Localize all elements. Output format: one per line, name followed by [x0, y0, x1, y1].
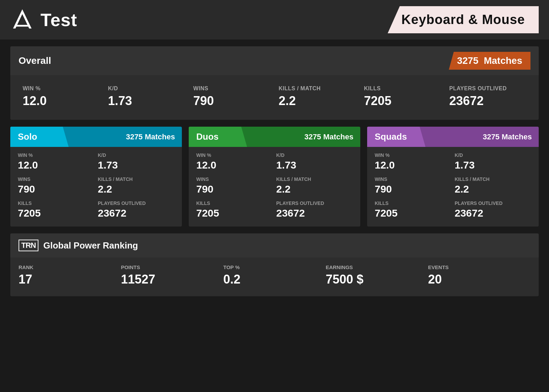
overall-stat-value: 1.73: [108, 94, 185, 108]
ranking-section: TRN Global Power Ranking Rank 17 Points …: [10, 233, 539, 296]
ranking-stat-cell: Points 11527: [121, 264, 223, 287]
overall-stat-value: 23672: [449, 94, 526, 108]
mode-stat-label: Players Outlived: [276, 200, 353, 206]
overall-stat-label: K/D: [108, 85, 185, 92]
input-type-label: Keyboard & Mouse: [401, 12, 525, 27]
overall-stat-cell: Kills / Match 2.2: [274, 83, 360, 110]
main-content: Overall 3275 Matches WIN % 12.0 K/D 1.73…: [0, 39, 549, 303]
mode-stat-cell: Kills / Match 2.2: [276, 176, 353, 195]
mode-stat-value: 7205: [196, 207, 273, 219]
ranking-stat-value: 20: [428, 272, 530, 287]
mode-stat-value: 12.0: [18, 159, 94, 171]
mode-stat-cell: Wins 790: [196, 176, 273, 195]
mode-stat-value: 12.0: [375, 159, 451, 171]
mode-stat-value: 23672: [455, 207, 531, 219]
mode-stat-cell: Players Outlived 23672: [98, 200, 174, 219]
page-title: Test: [40, 10, 77, 30]
mode-stat-label: Kills: [375, 200, 451, 206]
ranking-stat-value: 0.2: [223, 272, 326, 287]
mode-stat-label: Kills / Match: [98, 176, 174, 182]
mode-stat-cell: Kills 7205: [18, 200, 94, 219]
mode-stat-label: Kills / Match: [455, 176, 531, 182]
ranking-stat-label: Rank: [19, 264, 121, 270]
overall-stat-label: Kills: [364, 85, 441, 92]
overall-stat-label: Players Outlived: [449, 85, 526, 92]
mode-stat-value: 7205: [18, 207, 94, 219]
input-type-badge: Keyboard & Mouse: [388, 6, 539, 33]
ranking-header: TRN Global Power Ranking: [10, 233, 539, 257]
ranking-stat-cell: Events 20: [428, 264, 530, 287]
mode-stat-cell: Win % 12.0: [375, 152, 451, 171]
overall-stat-cell: Kills 7205: [360, 83, 445, 110]
overall-stat-value: 12.0: [23, 94, 100, 108]
mode-title-duos: Duos: [189, 127, 247, 147]
mode-matches-squads: 3275 Matches: [425, 128, 539, 146]
ranking-stat-label: Events: [428, 264, 530, 270]
overall-matches-label: Matches: [484, 55, 522, 66]
ranking-stat-value: 11527: [121, 272, 223, 287]
ranking-stat-cell: Top % 0.2: [223, 264, 326, 287]
mode-stat-value: 790: [375, 183, 451, 195]
overall-stat-value: 7205: [364, 94, 441, 108]
overall-stat-label: WIN %: [23, 85, 100, 92]
apex-logo-icon: [10, 8, 34, 32]
mode-stat-label: Win %: [18, 152, 94, 158]
overall-stat-value: 790: [193, 94, 270, 108]
mode-stat-cell: Wins 790: [375, 176, 451, 195]
mode-stat-value: 1.73: [276, 159, 353, 171]
mode-stat-cell: Kills 7205: [196, 200, 273, 219]
ranking-stat-label: Earnings: [326, 264, 428, 270]
mode-stat-value: 1.73: [455, 159, 531, 171]
mode-stat-value: 790: [196, 183, 273, 195]
overall-stat-cell: Players Outlived 23672: [445, 83, 530, 110]
overall-stat-cell: WIN % 12.0: [19, 83, 104, 110]
mode-matches-duos: 3275 Matches: [247, 128, 360, 146]
mode-stat-label: Kills: [196, 200, 273, 206]
trn-logo: TRN: [19, 240, 38, 251]
overall-stat-value: 2.2: [279, 94, 356, 108]
overall-stat-cell: Wins 790: [189, 83, 274, 110]
ranking-title: Global Power Ranking: [43, 240, 138, 251]
mode-stat-label: K/D: [276, 152, 353, 158]
mode-stat-cell: Win % 12.0: [18, 152, 94, 171]
ranking-stat-label: Points: [121, 264, 223, 270]
mode-stat-cell: Kills 7205: [375, 200, 451, 219]
mode-stat-value: 23672: [98, 207, 174, 219]
ranking-stat-value: 17: [19, 272, 121, 287]
overall-title: Overall: [19, 55, 51, 66]
mode-section-duos: Duos3275 Matches Win % 12.0 K/D 1.73 Win…: [189, 127, 360, 227]
mode-stat-value: 790: [18, 183, 94, 195]
mode-stat-label: Players Outlived: [455, 200, 531, 206]
mode-stat-cell: Players Outlived 23672: [455, 200, 531, 219]
mode-stat-label: Wins: [196, 176, 273, 182]
mode-stat-value: 1.73: [98, 159, 174, 171]
mode-stat-cell: Players Outlived 23672: [276, 200, 353, 219]
mode-stat-value: 7205: [375, 207, 451, 219]
ranking-stat-value: 7500 $: [326, 272, 428, 287]
mode-stat-value: 2.2: [455, 183, 531, 195]
mode-stat-value: 23672: [276, 207, 353, 219]
mode-title-squads: Squads: [367, 127, 425, 147]
overall-stat-label: Wins: [193, 85, 270, 92]
mode-stat-label: Players Outlived: [98, 200, 174, 206]
mode-stat-label: K/D: [98, 152, 174, 158]
mode-stat-value: 2.2: [276, 183, 353, 195]
mode-stat-label: Win %: [196, 152, 273, 158]
mode-stat-cell: Kills / Match 2.2: [455, 176, 531, 195]
mode-stat-cell: Win % 12.0: [196, 152, 273, 171]
mode-stat-cell: K/D 1.73: [455, 152, 531, 171]
mode-stat-value: 12.0: [196, 159, 273, 171]
mode-section-solo: Solo3275 Matches Win % 12.0 K/D 1.73 Win…: [10, 127, 182, 227]
header: Test Keyboard & Mouse: [0, 0, 549, 39]
overall-section: Overall 3275 Matches WIN % 12.0 K/D 1.73…: [10, 46, 539, 120]
overall-matches-count: 3275: [457, 55, 478, 66]
mode-matches-solo: 3275 Matches: [69, 128, 182, 146]
mode-stat-label: K/D: [455, 152, 531, 158]
ranking-stats-grid: Rank 17 Points 11527 Top % 0.2 Earnings …: [10, 257, 539, 296]
header-left: Test: [10, 8, 77, 32]
mode-stat-cell: Kills / Match 2.2: [98, 176, 174, 195]
mode-stat-cell: Wins 790: [18, 176, 94, 195]
mode-stat-label: Kills: [18, 200, 94, 206]
mode-title-solo: Solo: [10, 127, 69, 147]
overall-matches-badge: 3275 Matches: [449, 52, 530, 70]
